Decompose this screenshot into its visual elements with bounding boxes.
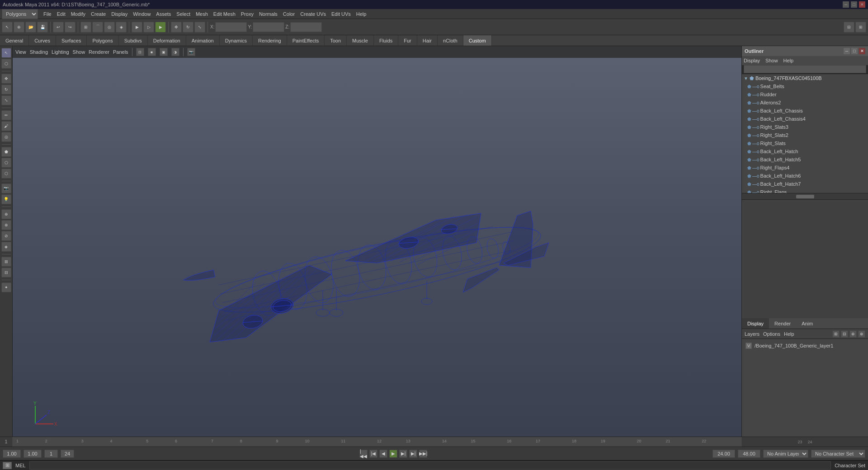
toolbar-transform[interactable]: ⊕ [14, 22, 24, 33]
viewport-area[interactable]: View Shading Lighting Show Renderer Pane… [13, 46, 741, 437]
toolbar-render1[interactable]: ▶ [132, 22, 142, 33]
outliner-list[interactable]: ▼ ⬟ Boeing_747FBXASC045100B ⬟ —o Seat_Be… [742, 74, 868, 193]
tab-polygons[interactable]: Polygons [87, 35, 118, 46]
toolbar-move[interactable]: ✥ [171, 22, 182, 33]
frame-current-input[interactable] [24, 450, 42, 458]
vp-btn-cam[interactable]: 📷 [187, 48, 195, 56]
tool-poly2[interactable]: ⬠ [1, 158, 11, 168]
toolbar-select[interactable]: ↖ [2, 22, 13, 33]
tool-poly3[interactable]: ⬡ [1, 169, 11, 179]
outliner-item-6[interactable]: ⬟ —o Right_Slats2 [742, 131, 868, 139]
frame-key-input[interactable] [44, 450, 58, 458]
frame-start-input[interactable] [3, 450, 21, 458]
vp-menu-panels[interactable]: Panels [113, 49, 128, 55]
outliner-item-8[interactable]: ⬟ —o Back_Left_Hatch [742, 147, 868, 155]
outliner-item-5[interactable]: ⬟ —o Right_Slats3 [742, 123, 868, 131]
vp-btn-wireframe[interactable]: ⊡ [136, 48, 144, 56]
outliner-item-root[interactable]: ▼ ⬟ Boeing_747FBXASC045100B [742, 74, 868, 82]
tool-render[interactable]: 💡 [1, 194, 11, 204]
playback-play[interactable]: ▶ [389, 450, 397, 458]
mode-dropdown[interactable]: Polygons [2, 9, 38, 19]
outliner-menu-show[interactable]: Show [765, 58, 778, 63]
maximize-btn[interactable]: □ [851, 1, 857, 8]
layer-visibility[interactable]: V [745, 343, 752, 349]
timeline-track[interactable]: 1 2 3 4 5 6 7 8 9 10 11 12 13 14 15 16 1… [13, 437, 741, 446]
character-set-dropdown[interactable]: No Character Set [811, 450, 865, 458]
menu-color[interactable]: Color [283, 11, 295, 17]
toolbar-layout1[interactable]: ⊟ [844, 22, 854, 33]
outliner-search-input[interactable] [744, 65, 866, 73]
menu-create-uvs[interactable]: Create UVs [300, 11, 326, 17]
tool-move[interactable]: ✥ [1, 74, 11, 84]
tab-hair[interactable]: Hair [417, 35, 438, 46]
menu-edit-uvs[interactable]: Edit UVs [331, 11, 351, 17]
menu-select[interactable]: Select [176, 11, 190, 17]
outliner-scrollbar-h[interactable] [742, 193, 868, 199]
outliner-item-1[interactable]: ⬟ —o Rudder [742, 90, 868, 99]
tool-snap1[interactable]: ⊕ [1, 209, 11, 219]
vp-menu-show[interactable]: Show [73, 49, 85, 55]
tool-snap4[interactable]: ◈ [1, 242, 11, 252]
menu-window[interactable]: Window [133, 11, 151, 17]
vp-btn-solid[interactable]: ■ [148, 48, 156, 56]
toolbar-render3[interactable]: ▶ [155, 22, 166, 33]
tool-misc1[interactable]: ⊞ [1, 257, 11, 267]
tool-soft[interactable]: ◎ [1, 132, 11, 142]
toolbar-snap-point[interactable]: ◎ [104, 22, 115, 33]
coord-x-input[interactable] [215, 22, 247, 32]
outliner-menu-display[interactable]: Display [744, 58, 760, 63]
outliner-item-3[interactable]: ⬟ —o Back_Left_Chassis [742, 107, 868, 115]
tab-curves[interactable]: Curves [29, 35, 56, 46]
outliner-item-11[interactable]: ⬟ —o Back_Left_Hatch6 [742, 172, 868, 180]
outliner-titlebar-controls[interactable]: ─ □ ✕ [844, 48, 865, 54]
toolbar-snap-curve[interactable]: ⌒ [92, 22, 103, 33]
tool-camera[interactable]: 📷 [1, 183, 11, 193]
tab-deformation[interactable]: Deformation [148, 35, 186, 46]
layers-menu-options[interactable]: Options [763, 331, 780, 337]
toolbar-layout2[interactable]: ⊞ [855, 22, 866, 33]
minimize-btn[interactable]: ─ [843, 1, 849, 8]
vp-menu-lighting[interactable]: Lighting [52, 49, 69, 55]
tab-fluids[interactable]: Fluids [374, 35, 398, 46]
tool-select[interactable]: ↖ [1, 48, 11, 58]
toolbar-snap-view[interactable]: ◈ [116, 22, 127, 33]
toolbar-scale[interactable]: ⤡ [194, 22, 205, 33]
tab-muscle[interactable]: Muscle [347, 35, 374, 46]
menu-file[interactable]: File [43, 11, 52, 17]
toolbar-redo[interactable]: ↪ [65, 22, 75, 33]
vp-menu-view[interactable]: View [15, 49, 26, 55]
menu-edit-mesh[interactable]: Edit Mesh [213, 11, 236, 17]
menu-modify[interactable]: Modify [71, 11, 85, 17]
toolbar-rotate[interactable]: ↻ [183, 22, 193, 33]
tab-toon[interactable]: Toon [325, 35, 347, 46]
tool-rotate[interactable]: ↻ [1, 85, 11, 94]
frame-end-input[interactable] [61, 450, 74, 458]
menu-proxy[interactable]: Proxy [241, 11, 254, 17]
tool-snap3[interactable]: ⊘ [1, 231, 11, 241]
menu-help[interactable]: Help [356, 11, 367, 17]
menu-assets[interactable]: Assets [156, 11, 171, 17]
outliner-item-13[interactable]: ⬟ —o Right_Flaps [742, 188, 868, 193]
playback-next[interactable]: ▶| [399, 450, 407, 458]
tool-lasso[interactable]: ⬡ [1, 59, 11, 69]
menu-edit[interactable]: Edit [57, 11, 66, 17]
tool-scale[interactable]: ⤡ [1, 95, 11, 105]
toolbar-snap-grid[interactable]: ⊞ [80, 22, 91, 33]
tab-ncloth[interactable]: nCloth [438, 35, 463, 46]
outliner-search[interactable] [742, 65, 868, 74]
tool-snap2[interactable]: ⊗ [1, 220, 11, 230]
close-btn[interactable]: ✕ [859, 1, 865, 8]
vp-btn-light[interactable]: ◑ [171, 48, 179, 56]
vp-menu-shading[interactable]: Shading [30, 49, 48, 55]
menu-create[interactable]: Create [91, 11, 106, 17]
tab-render[interactable]: Render [769, 318, 796, 329]
layers-list[interactable]: V /Boeing_747_100B_Generic_layer1 [742, 339, 868, 437]
toolbar-render2[interactable]: ▷ [143, 22, 154, 33]
toolbar-open[interactable]: 📂 [25, 22, 36, 33]
playback-end[interactable]: ▶▶| [419, 450, 427, 458]
outliner-maximize[interactable]: □ [851, 48, 858, 54]
tool-paint[interactable]: 🖌 [1, 121, 11, 131]
tab-surfaces[interactable]: Surfaces [56, 35, 87, 46]
playback-next-key[interactable]: ▶| [409, 450, 417, 458]
outliner-item-2[interactable]: ⬟ —o Ailerons2 [742, 99, 868, 107]
